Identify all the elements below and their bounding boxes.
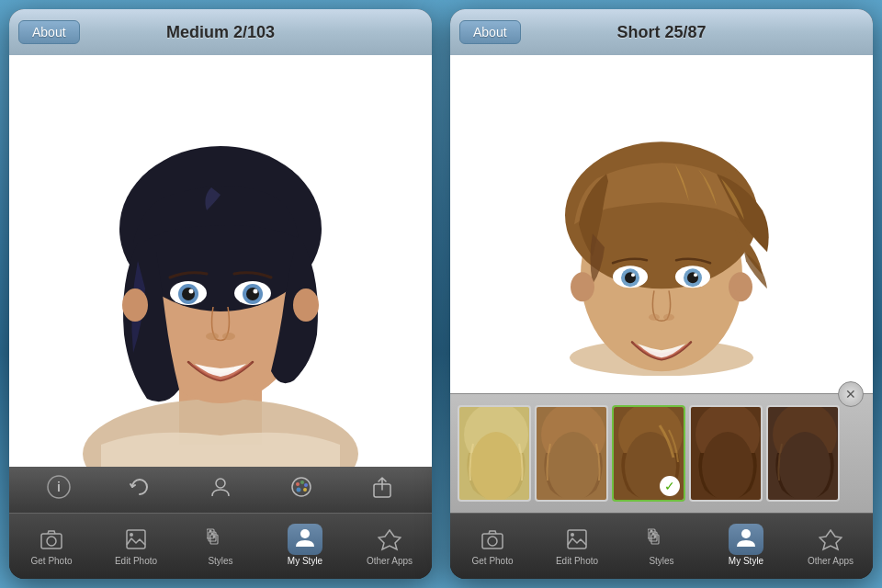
right-about-button[interactable]: About <box>459 20 521 44</box>
svg-point-72 <box>488 537 497 546</box>
svg-point-12 <box>182 288 195 300</box>
styles-icon-right <box>648 526 675 553</box>
svg-point-37 <box>213 535 216 537</box>
info-button[interactable]: i <box>40 471 78 508</box>
svg-rect-30 <box>127 530 145 548</box>
svg-point-53 <box>694 273 697 277</box>
right-main-image: ✕ <box>450 55 873 513</box>
svg-text:i: i <box>57 480 61 494</box>
other-apps-icon-right <box>817 526 844 553</box>
swatch-light-brown[interactable] <box>535 405 608 502</box>
svg-point-20 <box>216 479 225 488</box>
svg-point-55 <box>663 314 674 321</box>
svg-point-26 <box>297 488 301 492</box>
camera-icon-right <box>479 526 506 553</box>
svg-point-74 <box>571 533 574 537</box>
camera-icon <box>38 526 65 553</box>
right-nav-get-photo[interactable]: Get Photo <box>460 526 525 566</box>
left-about-button[interactable]: About <box>18 20 80 44</box>
left-nav-get-photo[interactable]: Get Photo <box>19 526 84 566</box>
other-apps-label-right: Other Apps <box>808 556 854 566</box>
other-apps-icon <box>376 526 403 553</box>
swatch-brown[interactable]: ✓ <box>612 405 685 502</box>
svg-point-15 <box>254 289 258 294</box>
my-style-icon <box>291 526 319 553</box>
styles-icon <box>207 526 234 553</box>
left-panel: About Medium 2/103 <box>9 9 432 579</box>
svg-point-14 <box>189 289 194 294</box>
left-toolbar: i <box>9 467 432 513</box>
right-nav-other-apps[interactable]: Other Apps <box>798 526 863 566</box>
close-tray-button[interactable]: ✕ <box>838 381 864 407</box>
left-title: Medium 2/103 <box>166 23 275 42</box>
svg-point-24 <box>304 483 308 487</box>
edit-photo-icon-right <box>563 526 591 553</box>
right-nav-edit-photo[interactable]: Edit Photo <box>545 526 609 566</box>
my-style-icon-right <box>732 526 760 553</box>
svg-point-29 <box>47 537 56 546</box>
swatch-blonde[interactable] <box>458 405 531 502</box>
refresh-button[interactable] <box>120 471 159 508</box>
svg-point-38 <box>300 529 310 538</box>
styles-label: Styles <box>208 556 232 566</box>
my-style-label-right: My Style <box>729 556 763 566</box>
swatch-dark2[interactable] <box>766 405 840 502</box>
svg-point-13 <box>246 288 259 300</box>
left-nav-my-style[interactable]: My Style <box>273 526 337 566</box>
svg-point-58 <box>470 432 522 502</box>
svg-point-17 <box>222 333 235 340</box>
style-tray: ✕ <box>450 393 873 513</box>
swatch-list: ✓ <box>450 394 873 513</box>
svg-point-36 <box>211 532 214 535</box>
svg-point-52 <box>631 273 635 277</box>
svg-point-22 <box>296 482 300 486</box>
right-face-svg <box>450 55 873 376</box>
svg-point-21 <box>292 478 311 496</box>
my-style-label: My Style <box>288 556 322 566</box>
other-apps-label: Other Apps <box>367 556 413 566</box>
right-bottom-nav: Get Photo Edit Photo Styles My Style <box>450 513 873 579</box>
get-photo-label: Get Photo <box>30 556 72 566</box>
left-top-bar: About Medium 2/103 <box>9 9 432 55</box>
edit-photo-label: Edit Photo <box>115 556 157 566</box>
swatch-dark-brown[interactable] <box>689 405 763 502</box>
right-panel: About Short 25/87 <box>450 9 873 579</box>
svg-point-7 <box>293 288 319 322</box>
left-nav-styles[interactable]: Styles <box>188 526 253 566</box>
person-button[interactable] <box>201 471 240 508</box>
right-nav-styles[interactable]: Styles <box>629 526 694 566</box>
svg-point-44 <box>571 272 594 301</box>
edit-photo-icon <box>122 526 150 553</box>
right-title: Short 25/87 <box>616 23 706 42</box>
left-face-svg <box>9 55 432 467</box>
svg-point-16 <box>206 333 219 340</box>
left-nav-edit-photo[interactable]: Edit Photo <box>104 526 168 566</box>
share-button[interactable] <box>363 471 401 508</box>
svg-point-23 <box>300 481 304 484</box>
svg-point-6 <box>122 288 148 322</box>
svg-point-45 <box>729 272 752 301</box>
svg-rect-73 <box>568 530 586 548</box>
right-top-bar: About Short 25/87 <box>450 9 873 55</box>
left-main-image <box>9 55 432 467</box>
svg-point-35 <box>209 529 212 532</box>
svg-point-61 <box>548 432 599 502</box>
left-nav-other-apps[interactable]: Other Apps <box>357 526 422 566</box>
svg-point-78 <box>650 529 653 532</box>
svg-point-31 <box>130 533 133 537</box>
svg-point-79 <box>652 532 655 535</box>
selected-check: ✓ <box>660 476 680 496</box>
svg-point-80 <box>654 535 657 537</box>
right-nav-my-style[interactable]: My Style <box>714 526 778 566</box>
svg-point-81 <box>741 529 751 538</box>
svg-point-25 <box>303 488 307 492</box>
svg-point-67 <box>702 432 753 502</box>
left-bottom-nav: Get Photo Edit Photo Styles My Style <box>9 513 432 579</box>
edit-photo-label-right: Edit Photo <box>556 556 598 566</box>
svg-point-70 <box>779 432 831 502</box>
styles-label-right: Styles <box>649 556 673 566</box>
svg-point-54 <box>649 314 660 321</box>
get-photo-label-right: Get Photo <box>471 556 513 566</box>
palette-button[interactable] <box>282 471 321 508</box>
